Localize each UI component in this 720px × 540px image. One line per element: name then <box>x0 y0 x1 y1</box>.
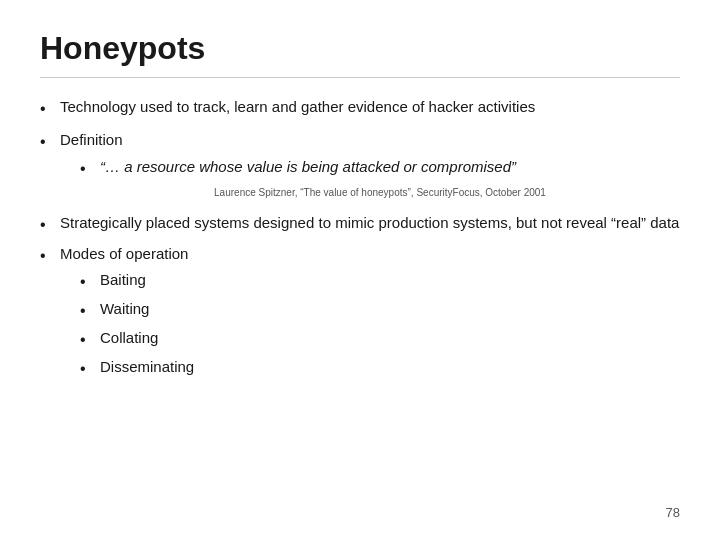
bullet-dot-3: • <box>40 212 60 237</box>
citation-text: Laurence Spitzner, “The value of honeypo… <box>80 185 680 200</box>
bullet-definition: • Definition • “… a resource whose value… <box>40 129 680 206</box>
slide-content: • Technology used to track, learn and ga… <box>40 96 680 495</box>
slide-footer: 78 <box>40 495 680 520</box>
sub-bullet-text-quote: “… a resource whose value is being attac… <box>100 156 516 179</box>
sub-bullet-text-waiting: Waiting <box>100 298 149 321</box>
bullet-dot-4: • <box>40 243 60 268</box>
bullet-dot-2: • <box>40 129 60 154</box>
sub-bullets-definition: • “… a resource whose value is being att… <box>80 156 680 181</box>
page-number: 78 <box>666 505 680 520</box>
sub-bullet-waiting: • Waiting <box>80 298 680 323</box>
sub-bullet-dot: • <box>80 156 100 181</box>
sub-bullet-dot-collating: • <box>80 327 100 352</box>
bullet-text-modes: Modes of operation • Baiting • Waiting •… <box>60 243 680 386</box>
bullet-dot-1: • <box>40 96 60 121</box>
sub-bullet-text-collating: Collating <box>100 327 158 350</box>
sub-bullet-collating: • Collating <box>80 327 680 352</box>
bullet-text-strategically: Strategically placed systems designed to… <box>60 212 680 235</box>
sub-bullet-definition-quote: • “… a resource whose value is being att… <box>80 156 680 181</box>
sub-bullet-baiting: • Baiting <box>80 269 680 294</box>
sub-bullet-dot-baiting: • <box>80 269 100 294</box>
bullet-technology: • Technology used to track, learn and ga… <box>40 96 680 121</box>
sub-bullet-text-baiting: Baiting <box>100 269 146 292</box>
sub-bullets-modes: • Baiting • Waiting • Collating • Dissem… <box>80 269 680 381</box>
bullet-text-technology: Technology used to track, learn and gath… <box>60 96 680 119</box>
slide-title: Honeypots <box>40 30 680 78</box>
slide: Honeypots • Technology used to track, le… <box>0 0 720 540</box>
sub-bullet-dot-waiting: • <box>80 298 100 323</box>
bullet-text-definition: Definition • “… a resource whose value i… <box>60 129 680 206</box>
bullet-modes: • Modes of operation • Baiting • Waiting… <box>40 243 680 386</box>
sub-bullet-dot-disseminating: • <box>80 356 100 381</box>
sub-bullet-disseminating: • Disseminating <box>80 356 680 381</box>
bullet-strategically: • Strategically placed systems designed … <box>40 212 680 237</box>
sub-bullet-text-disseminating: Disseminating <box>100 356 194 379</box>
